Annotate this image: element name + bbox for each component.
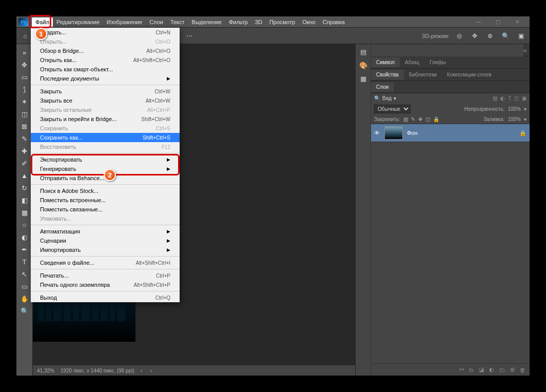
crop-tool-icon[interactable]: ◫ <box>17 108 32 120</box>
hand-tool-icon[interactable]: ✋ <box>17 292 32 305</box>
lock-paint-icon[interactable]: ✎ <box>411 116 415 122</box>
close-icon[interactable]: ✕ <box>511 17 523 27</box>
menu-image[interactable]: Изображение <box>103 17 146 27</box>
lock-all-icon[interactable]: 🔒 <box>433 116 439 122</box>
menu-select[interactable]: Выделение <box>188 17 225 27</box>
menu-item[interactable]: Открыть как смарт-объект... <box>31 65 180 74</box>
menu-text[interactable]: Текст <box>167 17 188 27</box>
menu-help[interactable]: Справка <box>319 17 348 27</box>
filter-smart-icon[interactable]: ▣ <box>522 95 526 101</box>
menu-item[interactable]: Поиск в Adobe Stock... <box>31 186 180 195</box>
layer-name[interactable]: Фон <box>407 130 515 136</box>
eraser-tool-icon[interactable]: ◧ <box>17 194 32 206</box>
filter-type-icon[interactable]: T <box>508 95 511 101</box>
collapse-panels-icon[interactable]: » <box>523 47 526 53</box>
menu-item[interactable]: Поместить встроенные... <box>31 195 180 205</box>
blend-mode-select[interactable]: Обычные <box>374 105 411 113</box>
menu-view[interactable]: Просмотр <box>266 17 299 27</box>
gradient-tool-icon[interactable]: ▦ <box>17 206 32 219</box>
maximize-icon[interactable]: ▢ <box>492 17 504 27</box>
lasso-tool-icon[interactable]: ⟆ <box>17 83 32 95</box>
filter-pixel-icon[interactable]: ▧ <box>493 95 497 101</box>
lock-transparent-icon[interactable]: ▧ <box>403 116 408 122</box>
delete-icon[interactable]: 🗑 <box>520 367 525 373</box>
tab-libraries[interactable]: Библиотеки <box>404 70 442 80</box>
dodge-tool-icon[interactable]: ◐ <box>17 231 32 243</box>
menu-filter[interactable]: Фильтр <box>225 17 251 27</box>
move-tool-icon[interactable]: ✥ <box>17 58 32 71</box>
tab-layers[interactable]: Слои <box>371 82 394 92</box>
minimize-icon[interactable]: — <box>472 17 484 27</box>
wand-tool-icon[interactable]: ✶ <box>17 95 32 108</box>
collapse-icon[interactable]: » <box>17 46 32 58</box>
swatches-icon[interactable]: ▦ <box>359 74 368 83</box>
history-icon[interactable]: ▤ <box>359 47 368 56</box>
filter-shape-icon[interactable]: ◫ <box>514 95 519 101</box>
layer-thumbnail[interactable] <box>384 126 403 140</box>
menu-item[interactable]: Открыть как...Alt+Shift+Ctrl+O <box>31 55 180 65</box>
lock-artboard-icon[interactable]: ◫ <box>425 116 430 122</box>
workspace-icon[interactable]: ▣ <box>515 30 526 42</box>
menu-item[interactable]: Закрыть всеAlt+Ctrl+W <box>31 96 180 105</box>
history-brush-icon[interactable]: ↻ <box>17 182 32 194</box>
menu-item[interactable]: Сохранить как...Shift+Ctrl+S <box>31 133 180 142</box>
menu-item[interactable]: Сценарии▶ <box>31 236 180 245</box>
path-tool-icon[interactable]: ↖ <box>17 268 32 280</box>
3d-zoom-icon[interactable]: ⊕ <box>484 30 496 42</box>
menu-item[interactable]: Печатать...Ctrl+P <box>31 271 180 280</box>
chevron-right-icon[interactable]: › <box>141 368 142 374</box>
eyedropper-tool-icon[interactable]: ✎ <box>17 132 32 145</box>
menu-item[interactable]: ВыходCtrl+Q <box>31 293 180 302</box>
stamp-tool-icon[interactable]: ▲ <box>17 169 32 182</box>
menu-item[interactable]: Экспортировать▶ <box>31 155 180 164</box>
shape-tool-icon[interactable]: ▭ <box>17 280 32 292</box>
adjustment-icon[interactable]: ◐ <box>489 366 494 373</box>
layer-row[interactable]: 👁 Фон 🔒 <box>371 124 530 142</box>
visibility-icon[interactable]: 👁 <box>374 130 380 136</box>
opacity-value[interactable]: 100% <box>508 106 521 112</box>
menu-item[interactable]: Создать...Ctrl+N <box>31 28 180 37</box>
mask-icon[interactable]: ◪ <box>479 366 484 373</box>
menu-item[interactable]: Автоматизация▶ <box>31 227 180 236</box>
menu-item[interactable]: Обзор в Bridge...Alt+Ctrl+O <box>31 46 180 55</box>
fill-value[interactable]: 100% <box>508 116 521 122</box>
menu-item[interactable]: Импортировать▶ <box>31 245 180 254</box>
lock-icon[interactable]: 🔒 <box>519 130 526 136</box>
group-icon[interactable]: 🗀 <box>499 367 505 373</box>
menu-item[interactable]: Поместить связанные... <box>31 205 180 214</box>
home-icon[interactable]: ⌂ <box>20 30 31 42</box>
tab-character[interactable]: Символ <box>371 57 400 67</box>
menu-item[interactable]: Последние документы▶ <box>31 74 180 83</box>
brush-tool-icon[interactable]: ✐ <box>17 157 32 169</box>
type-tool-icon[interactable]: T <box>17 256 32 268</box>
zoom-tool-icon[interactable]: 🔍 <box>17 305 32 317</box>
tab-paragraph[interactable]: Абзац <box>400 57 424 67</box>
tab-glyphs[interactable]: Глифы <box>424 57 451 67</box>
menu-window[interactable]: Окно <box>299 17 319 27</box>
search-icon[interactable]: 🔍 <box>500 30 511 42</box>
more-icon[interactable]: ⋯ <box>184 30 195 42</box>
pen-tool-icon[interactable]: ✒ <box>17 243 32 256</box>
color-icon[interactable]: 🎨 <box>359 61 368 70</box>
menu-item[interactable]: Печать одного экземпляраAlt+Shift+Ctrl+P <box>31 280 180 289</box>
tab-properties[interactable]: Свойства <box>371 70 404 80</box>
menu-3d[interactable]: 3D <box>251 17 266 27</box>
menu-layers[interactable]: Слои <box>146 17 167 27</box>
tab-layer-comps[interactable]: Композиции слоев <box>442 70 496 80</box>
healing-tool-icon[interactable]: ✚ <box>17 145 32 157</box>
marquee-tool-icon[interactable]: ▭ <box>17 71 32 83</box>
menu-item[interactable]: Сведения о файле...Alt+Shift+Ctrl+I <box>31 258 180 267</box>
link-layers-icon[interactable]: ⚯ <box>459 366 464 373</box>
new-layer-icon[interactable]: ⊞ <box>510 366 515 373</box>
menu-edit[interactable]: Редактирование <box>53 17 103 27</box>
blur-tool-icon[interactable]: ○ <box>17 219 32 231</box>
menu-item[interactable]: Закрыть и перейти в Bridge...Shift+Ctrl+… <box>31 114 180 124</box>
frame-tool-icon[interactable]: ⊠ <box>17 120 32 132</box>
filter-adjust-icon[interactable]: ◐ <box>500 95 505 101</box>
menu-file[interactable]: Файл <box>32 17 53 27</box>
filter-type-label[interactable]: Вид <box>382 95 392 101</box>
3d-orbit-icon[interactable]: ◎ <box>454 30 465 42</box>
fx-icon[interactable]: fx <box>469 367 474 373</box>
search-icon[interactable]: 🔍 <box>374 95 380 101</box>
3d-pan-icon[interactable]: ✥ <box>469 30 480 42</box>
